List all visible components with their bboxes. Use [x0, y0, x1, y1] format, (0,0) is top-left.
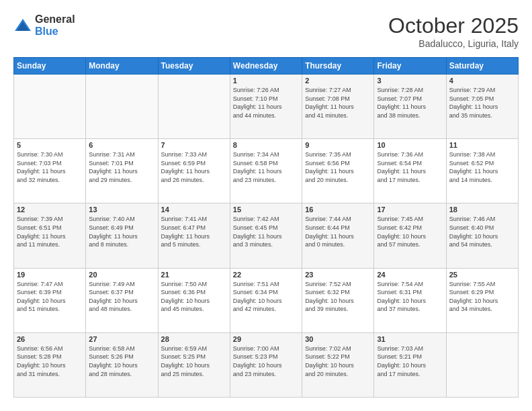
- day-number: 16: [305, 205, 371, 214]
- day-number: 21: [161, 271, 227, 279]
- location-title: Badalucco, Liguria, Italy: [388, 38, 519, 49]
- day-number: 1: [233, 77, 299, 85]
- day-info: Sunrise: 7:31 AM Sunset: 7:01 PM Dayligh…: [89, 150, 154, 184]
- calendar-cell: 3Sunrise: 7:28 AM Sunset: 7:07 PM Daylig…: [374, 75, 446, 139]
- day-number: 12: [17, 205, 83, 214]
- day-info: Sunrise: 7:30 AM Sunset: 7:03 PM Dayligh…: [17, 150, 83, 184]
- calendar-week-row: 1Sunrise: 7:26 AM Sunset: 7:10 PM Daylig…: [14, 75, 519, 139]
- day-number: 3: [377, 77, 443, 85]
- day-number: 8: [233, 141, 299, 149]
- calendar-cell: 26Sunrise: 6:56 AM Sunset: 5:28 PM Dayli…: [14, 332, 86, 397]
- day-info: Sunrise: 6:56 AM Sunset: 5:28 PM Dayligh…: [17, 345, 83, 378]
- calendar-cell: 7Sunrise: 7:33 AM Sunset: 6:59 PM Daylig…: [158, 139, 230, 203]
- title-block: October 2025 Badalucco, Liguria, Italy: [388, 13, 519, 49]
- day-number: 15: [233, 205, 299, 214]
- day-number: 22: [233, 271, 299, 279]
- calendar-cell: 1Sunrise: 7:26 AM Sunset: 7:10 PM Daylig…: [230, 75, 302, 139]
- day-info: Sunrise: 6:59 AM Sunset: 5:25 PM Dayligh…: [161, 345, 227, 378]
- calendar-cell: 21Sunrise: 7:50 AM Sunset: 6:36 PM Dayli…: [158, 268, 230, 332]
- calendar-cell: 14Sunrise: 7:41 AM Sunset: 6:47 PM Dayli…: [158, 203, 230, 268]
- calendar-cell: [158, 75, 230, 139]
- calendar-cell: 5Sunrise: 7:30 AM Sunset: 7:03 PM Daylig…: [14, 139, 86, 203]
- calendar-cell: 18Sunrise: 7:46 AM Sunset: 6:40 PM Dayli…: [446, 203, 518, 268]
- calendar-cell: 17Sunrise: 7:45 AM Sunset: 6:42 PM Dayli…: [374, 203, 446, 268]
- day-number: 28: [161, 335, 227, 343]
- day-number: 13: [89, 205, 154, 214]
- day-of-week-header: Thursday: [302, 58, 374, 75]
- day-info: Sunrise: 7:33 AM Sunset: 6:59 PM Dayligh…: [161, 150, 227, 184]
- day-number: 2: [305, 77, 371, 85]
- calendar-cell: 13Sunrise: 7:40 AM Sunset: 6:49 PM Dayli…: [86, 203, 158, 268]
- day-info: Sunrise: 7:34 AM Sunset: 6:58 PM Dayligh…: [233, 150, 299, 184]
- calendar-cell: 22Sunrise: 7:51 AM Sunset: 6:34 PM Dayli…: [230, 268, 302, 332]
- day-number: 18: [449, 205, 515, 214]
- day-number: 24: [377, 271, 443, 279]
- day-info: Sunrise: 7:45 AM Sunset: 6:42 PM Dayligh…: [377, 215, 443, 248]
- calendar-header-row: SundayMondayTuesdayWednesdayThursdayFrid…: [14, 58, 519, 75]
- day-number: 9: [305, 141, 371, 149]
- calendar-cell: 31Sunrise: 7:03 AM Sunset: 5:21 PM Dayli…: [374, 332, 446, 397]
- day-info: Sunrise: 7:36 AM Sunset: 6:54 PM Dayligh…: [377, 150, 443, 184]
- calendar-cell: 15Sunrise: 7:42 AM Sunset: 6:45 PM Dayli…: [230, 203, 302, 268]
- calendar-cell: 23Sunrise: 7:52 AM Sunset: 6:32 PM Dayli…: [302, 268, 374, 332]
- calendar-cell: [446, 332, 518, 397]
- day-info: Sunrise: 7:02 AM Sunset: 5:22 PM Dayligh…: [305, 345, 371, 378]
- day-info: Sunrise: 7:46 AM Sunset: 6:40 PM Dayligh…: [449, 215, 515, 248]
- day-info: Sunrise: 7:29 AM Sunset: 7:05 PM Dayligh…: [449, 86, 515, 120]
- calendar-cell: 9Sunrise: 7:35 AM Sunset: 6:56 PM Daylig…: [302, 139, 374, 203]
- day-of-week-header: Saturday: [446, 58, 518, 75]
- day-number: 5: [17, 141, 83, 149]
- calendar-cell: 24Sunrise: 7:54 AM Sunset: 6:31 PM Dayli…: [374, 268, 446, 332]
- calendar-cell: 25Sunrise: 7:55 AM Sunset: 6:29 PM Dayli…: [446, 268, 518, 332]
- calendar-cell: 30Sunrise: 7:02 AM Sunset: 5:22 PM Dayli…: [302, 332, 374, 397]
- day-number: 4: [449, 77, 515, 85]
- logo-blue-label: Blue: [35, 26, 75, 38]
- day-info: Sunrise: 7:35 AM Sunset: 6:56 PM Dayligh…: [305, 150, 371, 184]
- day-of-week-header: Tuesday: [158, 58, 230, 75]
- header: General Blue October 2025 Badalucco, Lig…: [13, 13, 519, 49]
- calendar: SundayMondayTuesdayWednesdayThursdayFrid…: [13, 57, 519, 398]
- calendar-cell: 2Sunrise: 7:27 AM Sunset: 7:08 PM Daylig…: [302, 75, 374, 139]
- month-title: October 2025: [388, 13, 519, 38]
- day-number: 29: [233, 335, 299, 343]
- day-info: Sunrise: 7:00 AM Sunset: 5:23 PM Dayligh…: [233, 345, 299, 378]
- calendar-cell: 8Sunrise: 7:34 AM Sunset: 6:58 PM Daylig…: [230, 139, 302, 203]
- calendar-cell: 28Sunrise: 6:59 AM Sunset: 5:25 PM Dayli…: [158, 332, 230, 397]
- day-number: 23: [305, 271, 371, 279]
- day-number: 14: [161, 205, 227, 214]
- day-info: Sunrise: 7:52 AM Sunset: 6:32 PM Dayligh…: [305, 280, 371, 314]
- day-info: Sunrise: 7:49 AM Sunset: 6:37 PM Dayligh…: [89, 280, 154, 314]
- calendar-cell: 4Sunrise: 7:29 AM Sunset: 7:05 PM Daylig…: [446, 75, 518, 139]
- logo: General Blue: [13, 13, 75, 37]
- day-info: Sunrise: 7:42 AM Sunset: 6:45 PM Dayligh…: [233, 215, 299, 248]
- day-info: Sunrise: 6:58 AM Sunset: 5:26 PM Dayligh…: [89, 345, 154, 378]
- calendar-cell: 19Sunrise: 7:47 AM Sunset: 6:39 PM Dayli…: [14, 268, 86, 332]
- day-number: 26: [17, 335, 83, 343]
- day-of-week-header: Sunday: [14, 58, 86, 75]
- day-info: Sunrise: 7:40 AM Sunset: 6:49 PM Dayligh…: [89, 215, 154, 248]
- day-number: 6: [89, 141, 154, 149]
- day-info: Sunrise: 7:03 AM Sunset: 5:21 PM Dayligh…: [377, 345, 443, 378]
- day-info: Sunrise: 7:50 AM Sunset: 6:36 PM Dayligh…: [161, 280, 227, 314]
- day-of-week-header: Friday: [374, 58, 446, 75]
- calendar-week-row: 19Sunrise: 7:47 AM Sunset: 6:39 PM Dayli…: [14, 268, 519, 332]
- day-info: Sunrise: 7:54 AM Sunset: 6:31 PM Dayligh…: [377, 280, 443, 314]
- logo-icon: [13, 16, 32, 35]
- day-info: Sunrise: 7:44 AM Sunset: 6:44 PM Dayligh…: [305, 215, 371, 248]
- calendar-cell: 16Sunrise: 7:44 AM Sunset: 6:44 PM Dayli…: [302, 203, 374, 268]
- calendar-week-row: 26Sunrise: 6:56 AM Sunset: 5:28 PM Dayli…: [14, 332, 519, 397]
- day-info: Sunrise: 7:55 AM Sunset: 6:29 PM Dayligh…: [449, 280, 515, 314]
- day-info: Sunrise: 7:47 AM Sunset: 6:39 PM Dayligh…: [17, 280, 83, 314]
- day-info: Sunrise: 7:26 AM Sunset: 7:10 PM Dayligh…: [233, 86, 299, 120]
- calendar-cell: 20Sunrise: 7:49 AM Sunset: 6:37 PM Dayli…: [86, 268, 158, 332]
- calendar-cell: [86, 75, 158, 139]
- page: General Blue October 2025 Badalucco, Lig…: [0, 0, 532, 411]
- day-number: 10: [377, 141, 443, 149]
- day-of-week-header: Wednesday: [230, 58, 302, 75]
- day-number: 25: [449, 271, 515, 279]
- day-number: 20: [89, 271, 154, 279]
- day-number: 27: [89, 335, 154, 343]
- day-number: 30: [305, 335, 371, 343]
- calendar-cell: 10Sunrise: 7:36 AM Sunset: 6:54 PM Dayli…: [374, 139, 446, 203]
- calendar-cell: 27Sunrise: 6:58 AM Sunset: 5:26 PM Dayli…: [86, 332, 158, 397]
